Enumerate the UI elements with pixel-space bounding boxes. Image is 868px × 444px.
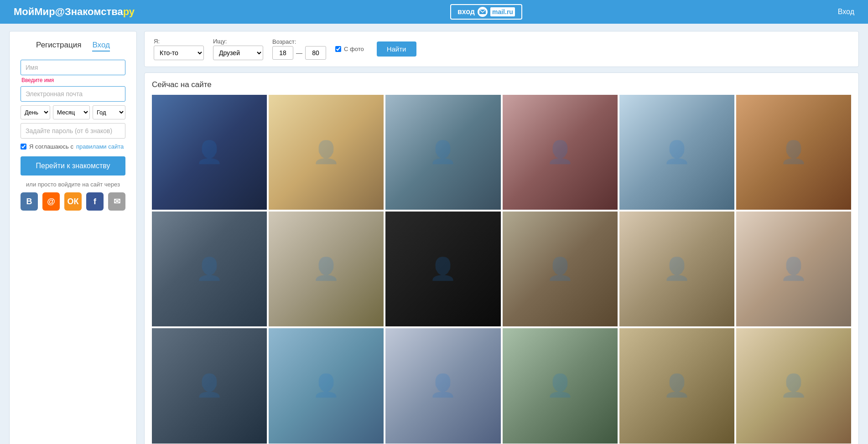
ya-label: Я:: [154, 38, 204, 45]
agree-row: Я соглашаюсь с правилами сайта: [21, 143, 125, 150]
register-button[interactable]: Перейти к знакомству: [21, 156, 125, 176]
site-logo: МойМир@Знакомствару: [14, 6, 135, 18]
registration-panel: Регистрация Вход Введите имя День Месяц …: [9, 31, 137, 444]
year-select[interactable]: Год: [93, 105, 125, 119]
tab-register[interactable]: Регистрация: [36, 41, 81, 52]
day-select[interactable]: День: [21, 105, 50, 119]
mail-domain: mail.ru: [490, 7, 515, 16]
photo-grid: ↻ Ещё: [152, 95, 851, 444]
site-header: МойМир@Знакомствару вход mail.ru Вход: [0, 0, 868, 24]
mail-login-text: вход: [457, 8, 475, 16]
user-photo-12[interactable]: [736, 212, 851, 326]
age-separator: —: [296, 49, 302, 57]
user-photo-10[interactable]: [503, 212, 618, 326]
ya-select[interactable]: Кто-то Мужчина Женщина: [154, 46, 204, 60]
more-social-button[interactable]: ✉: [108, 192, 125, 211]
user-photo-4[interactable]: [503, 95, 618, 210]
user-photo-1[interactable]: [152, 95, 267, 210]
ok-login-button[interactable]: ОК: [64, 192, 82, 211]
email-input[interactable]: [21, 86, 125, 102]
user-photo-15[interactable]: [385, 328, 500, 443]
vk-icon: В: [26, 197, 32, 207]
mail-icon: [478, 7, 488, 17]
ishu-group: Ищу: Друзей Любви: [213, 38, 263, 60]
age-row: —: [272, 46, 326, 60]
user-photo-16[interactable]: [503, 328, 618, 443]
user-photo-9[interactable]: [385, 212, 500, 326]
right-panel: Я: Кто-то Мужчина Женщина Ищу: Друзей Лю…: [144, 31, 859, 444]
mail-social-button[interactable]: @: [42, 192, 60, 211]
vk-login-button[interactable]: В: [21, 192, 38, 211]
logo-text: МойМир@Знакомства: [14, 6, 123, 17]
main-content: Регистрация Вход Введите имя День Месяц …: [0, 24, 868, 444]
agree-text: Я соглашаюсь с: [29, 143, 73, 150]
social-login-row: В @ ОК f ✉: [21, 192, 125, 211]
fb-icon: f: [94, 197, 96, 207]
user-photo-17[interactable]: [619, 328, 734, 443]
fb-login-button[interactable]: f: [86, 192, 104, 211]
age-from-input[interactable]: [272, 46, 293, 60]
logo-ru: ру: [123, 6, 135, 17]
user-photo-13[interactable]: [152, 328, 267, 443]
user-photo-3[interactable]: [385, 95, 500, 210]
photo-label: С фото: [344, 46, 364, 52]
password-input[interactable]: [21, 123, 125, 139]
tab-login[interactable]: Вход: [92, 41, 109, 52]
ya-group: Я: Кто-то Мужчина Женщина: [154, 38, 204, 60]
age-group: Возраст: —: [272, 38, 326, 60]
month-select[interactable]: Месяц: [53, 105, 90, 119]
mail-login-button[interactable]: вход mail.ru: [450, 4, 522, 20]
ishu-label: Ищу:: [213, 38, 263, 45]
ok-icon: ОК: [68, 197, 79, 207]
photo-check-label[interactable]: С фото: [335, 46, 364, 52]
online-section: Сейчас на сайте: [144, 72, 859, 444]
online-title: Сейчас на сайте: [152, 80, 851, 89]
age-label: Возраст:: [272, 38, 326, 45]
date-row: День Месяц Год: [21, 105, 125, 119]
user-photo-6[interactable]: [736, 95, 851, 210]
agree-link[interactable]: правилами сайта: [76, 143, 124, 150]
user-photo-7[interactable]: [152, 212, 267, 326]
user-photo-8[interactable]: [269, 212, 384, 326]
user-photo-14[interactable]: [269, 328, 384, 443]
search-button[interactable]: Найти: [377, 41, 416, 57]
user-photo-2[interactable]: [269, 95, 384, 210]
ishu-select[interactable]: Друзей Любви: [213, 46, 263, 60]
photo-checkbox[interactable]: [335, 46, 341, 52]
age-to-input[interactable]: [305, 46, 326, 60]
more-social-icon: ✉: [114, 196, 120, 207]
agree-checkbox[interactable]: [21, 144, 26, 150]
or-text: или просто войдите на сайт через: [21, 181, 125, 188]
user-photo-11[interactable]: [619, 212, 734, 326]
header-login-link[interactable]: Вход: [838, 8, 854, 16]
user-photo-5[interactable]: [619, 95, 734, 210]
name-error: Введите имя: [21, 77, 125, 83]
mail-social-icon: @: [47, 197, 55, 207]
name-input[interactable]: [21, 60, 125, 75]
search-bar: Я: Кто-то Мужчина Женщина Ищу: Друзей Лю…: [144, 31, 859, 67]
user-photo-18[interactable]: [736, 328, 851, 443]
reg-tabs: Регистрация Вход: [21, 41, 125, 52]
